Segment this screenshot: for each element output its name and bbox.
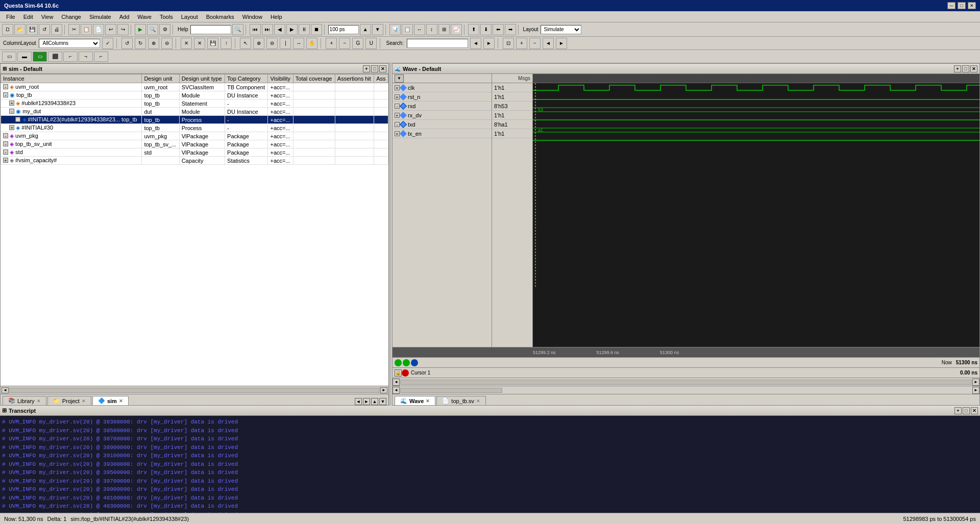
shape1[interactable]: ▭ [2,52,16,62]
wave-vscroll[interactable]: ◄ ► [393,386,979,394]
table-row[interactable]: - ◉ my_dut dut Module DU Instance +acc=.… [1,108,388,116]
table-row[interactable]: + ◈ #INITIAL#30 top_tb Process - +acc=..… [1,124,388,132]
wave-tool4[interactable]: ⊖ [161,38,173,49]
signal-remove[interactable]: − [339,38,350,49]
shape4[interactable]: ⬛ [48,52,62,62]
run-button[interactable]: ▶ [135,24,146,35]
tab-top-tb-sv[interactable]: 📄 top_tb.sv ✕ [436,396,486,405]
cut-button[interactable]: ✂ [68,24,80,35]
col-layout-dropdown[interactable]: AllColumns Default [39,39,100,48]
col-apply[interactable]: ✓ [102,38,113,49]
zoom-left[interactable]: ◄ [543,38,554,49]
tab-toptb-close[interactable]: ✕ [476,398,480,404]
minimize-button[interactable]: ─ [947,2,955,9]
wave-hscroll-left[interactable]: ◄ [393,379,400,386]
waveform-display[interactable]: 53 a1 [533,74,979,347]
nav-btn4[interactable]: ➡ [505,24,516,35]
menu-wave[interactable]: Wave [133,13,156,21]
sim-btn6[interactable]: ⏹ [311,24,322,35]
tab-library[interactable]: 📚 Library ✕ [3,396,46,405]
cursor-tool[interactable]: | [280,38,291,49]
shape2[interactable]: ▬ [17,52,32,62]
hscroll-track[interactable] [9,388,380,393]
layout-dropdown[interactable]: Simulate Default [541,25,581,34]
sim-btn2[interactable]: ⏭ [262,24,273,35]
wave-tool6[interactable]: ✕ [194,38,205,49]
menu-window[interactable]: Window [238,13,266,21]
undo-button[interactable]: ↩ [105,24,116,35]
close-button[interactable]: ✕ [968,2,976,9]
zoom-right[interactable]: ► [556,38,567,49]
select-tool[interactable]: ↖ [240,38,251,49]
trans-close-btn[interactable]: ✕ [971,407,978,414]
trans-float-btn[interactable]: □ [963,407,970,414]
open-button[interactable]: 📂 [14,24,26,35]
maximize-button[interactable]: □ [958,2,966,9]
signal-row[interactable]: +clk [393,83,492,92]
tab-library-close[interactable]: ✕ [37,398,41,404]
search-prev[interactable]: ◄ [470,38,481,49]
signal-ungroup[interactable]: U [365,38,377,49]
sim-close-btn[interactable]: ✕ [379,65,386,72]
table-row[interactable]: - ◈ uvm_pkg uvm_pkg VlPackage Package +a… [1,132,388,140]
wave-vscroll-right[interactable]: ► [972,387,979,394]
menu-edit[interactable]: Edit [19,13,37,21]
nav-btn2[interactable]: ⬇ [480,24,492,35]
zoom-out-tool[interactable]: ⊖ [266,38,278,49]
measure-tool[interactable]: ↔ [293,38,304,49]
signal-row[interactable]: +rst_n [393,92,492,102]
menu-bookmarks[interactable]: Bookmarks [202,13,238,21]
help-search-button[interactable]: 🔍 [232,24,243,35]
save-button[interactable]: 💾 [27,24,38,35]
tab-wave[interactable]: 🌊 Wave ✕ [395,396,435,405]
time-input[interactable]: 100 ps [328,25,359,34]
sim-float-btn[interactable]: □ [371,65,378,72]
new-button[interactable]: 🗋 [2,24,13,35]
pan-tool[interactable]: ✋ [306,38,317,49]
shape3[interactable]: ▭ [33,52,47,62]
tab-project-close[interactable]: ✕ [82,398,86,404]
table-row[interactable]: + ◈ #ublk#129394338#23 top_tb Statement … [1,99,388,108]
wave-hscroll-right[interactable]: ► [972,379,979,386]
simt-btn1[interactable]: ◄ [355,398,362,405]
zoom-in2[interactable]: + [516,38,527,49]
sim-btn5[interactable]: ⏸ [299,24,310,35]
wave-btn1[interactable]: 📊 [389,24,401,35]
hscroll-right[interactable]: ► [380,387,387,393]
table-row[interactable]: + ◈ #vsim_capacity# Capacity Statistics … [1,157,388,165]
refresh-button[interactable]: ↺ [39,24,50,35]
table-row[interactable]: - ◉ top_tb top_tb Module DU Instance +ac… [1,91,388,99]
wave-close-btn[interactable]: ✕ [970,65,977,72]
wave-menu-btn[interactable]: ▼ [395,74,404,83]
simt-btn3[interactable]: ▲ [371,398,378,405]
table-row[interactable]: - ◈ top_tb_sv_unit top_tb_sv_... VlPacka… [1,140,388,148]
wave-tool1[interactable]: ↺ [121,38,133,49]
wave-btn3[interactable]: ↔ [414,24,425,35]
wave-btn2[interactable]: 📋 [402,24,413,35]
find-button[interactable]: 🔍 [147,24,158,35]
simt-btn4[interactable]: ▼ [379,398,386,405]
wave-hscroll[interactable]: ◄ ► [393,378,979,386]
wave-hscroll-track[interactable] [400,380,972,385]
search-input[interactable] [407,39,468,48]
waveform-canvas[interactable]: 53 a1 [533,83,979,347]
tab-project[interactable]: 📁 Project ✕ [47,396,91,405]
tab-sim[interactable]: 🔷 sim ✕ [92,396,129,405]
sim-btn3[interactable]: ◀ [274,24,285,35]
sim-hscroll[interactable]: ◄ ► [1,386,388,394]
settings-button[interactable]: ⚙ [159,24,170,35]
hscroll-left[interactable]: ◄ [2,387,9,393]
sim-btn1[interactable]: ⏮ [250,24,261,35]
wave-expand-btn[interactable]: + [954,65,961,72]
simt-btn2[interactable]: ► [363,398,370,405]
zoom-fit[interactable]: ⊡ [503,38,514,49]
wave-float-btn[interactable]: □ [962,65,969,72]
signal-row[interactable]: -txd [393,120,492,129]
signal-row[interactable]: +tx_en [393,129,492,138]
signal-row[interactable]: +rx_dv [393,111,492,120]
menu-file[interactable]: File [2,13,19,21]
splitter-v[interactable] [389,63,391,406]
wave-tool2[interactable]: ↻ [135,38,146,49]
wave-vscroll-left[interactable]: ◄ [393,387,400,394]
shape5[interactable]: ⌐ [63,52,78,62]
